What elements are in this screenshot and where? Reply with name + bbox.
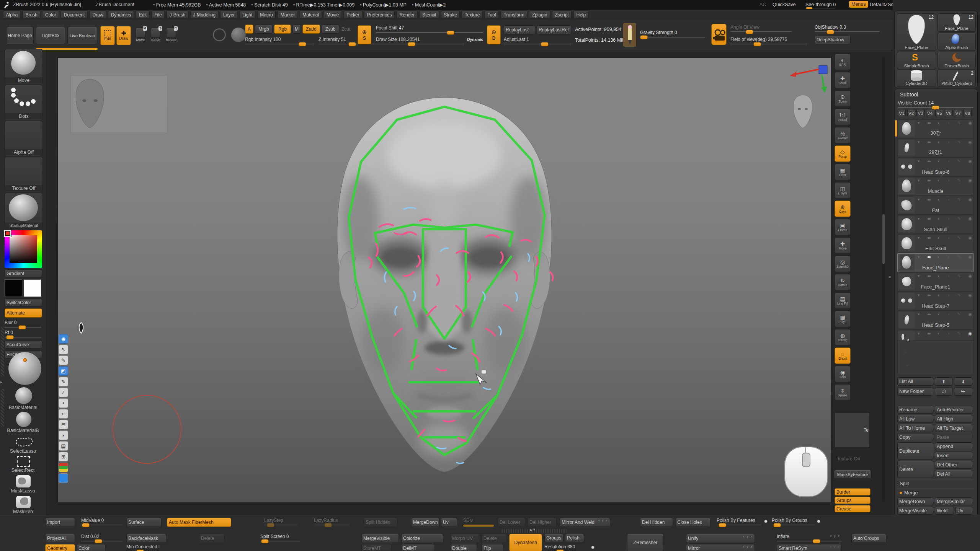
right-shelf-button[interactable]: ◌ Ghost [835, 347, 851, 364]
menu-item[interactable]: Preferences [364, 11, 395, 19]
subtool-version-tab[interactable]: V8 [964, 109, 972, 117]
geometry-button[interactable]: Geometry [45, 544, 75, 551]
merge-visible-bottom-button[interactable]: MergeVisible [361, 534, 399, 543]
subtool-item[interactable]: ▾ ●● ◐ ◑ ✎ ◉ Face_Plane [897, 253, 974, 272]
backface-mask-button[interactable]: BackfaceMask [126, 534, 166, 543]
right-scrollbar[interactable] [882, 57, 885, 502]
tool-cylinder3d[interactable]: Cylinder3D [897, 69, 936, 87]
merge-down-button[interactable]: MergeDown [897, 497, 933, 505]
menu-item[interactable]: Stencil [419, 11, 439, 19]
right-shelf-button[interactable]: ⊕ Qxyz [835, 201, 851, 217]
obj-shadow-slider[interactable]: ObjShadow 0.3 [815, 24, 880, 32]
menu-item[interactable]: Document [61, 11, 88, 19]
mid-value-slider[interactable]: MidValue 0 [81, 518, 122, 525]
sdiv-slider[interactable]: SDiv [463, 518, 494, 527]
spotlight-tool-icon[interactable]: ✎ [59, 355, 68, 365]
surface-button[interactable]: Surface [126, 518, 162, 527]
move-into-folder-button[interactable]: ⮩ [954, 387, 972, 396]
menu-item[interactable]: Layer [220, 11, 237, 19]
groups-button[interactable]: Groups [835, 497, 871, 504]
spotlight-tool-icon[interactable]: ▤ [59, 441, 68, 451]
texture-preview[interactable]: Te [835, 412, 870, 448]
polish-by-features-slider[interactable]: Polish By Features [717, 518, 762, 525]
zsub-button[interactable]: Zsub [322, 24, 339, 34]
all-to-home-button[interactable]: All To Home [897, 424, 933, 432]
adjust-last-slider[interactable]: AdjustLast 1 [504, 37, 571, 44]
split-hidden-button[interactable]: Split Hidden [364, 518, 397, 527]
gradient-button[interactable]: Gradient [5, 269, 42, 277]
del-all-button[interactable]: Del All [935, 470, 972, 478]
angle-of-view-slider[interactable]: Angle Of View [730, 24, 792, 32]
subtool-version-tab[interactable]: V3 [916, 109, 924, 117]
right-shelf-button[interactable]: ◫ L.Sym [835, 182, 851, 199]
lightbox-button[interactable]: LightBox [36, 27, 65, 44]
basic-material-b-sphere[interactable] [16, 412, 31, 427]
menu-item[interactable]: Color [42, 11, 59, 19]
del-other-button[interactable]: Del Other [935, 461, 972, 469]
rgb-intensity-slider[interactable]: Rgb Intensity 100 [245, 37, 314, 44]
focal-shift-slider[interactable]: Focal Shift 47 [376, 25, 483, 33]
right-shelf-button[interactable]: ▤ Line Fill [835, 292, 851, 309]
draw-size-slider[interactable]: Draw Size 108.20541 Dynamic [376, 37, 483, 44]
smart-resym-button[interactable]: Smart ReSym x y z [777, 544, 842, 551]
menu-item[interactable]: Material [300, 11, 322, 19]
select-rect-icon[interactable] [17, 456, 30, 467]
merge-down-bottom-button[interactable]: MergeDown [411, 518, 439, 527]
menus-toggle-button[interactable]: Menus [849, 1, 868, 8]
blur-slider[interactable]: Blur 0 [5, 320, 41, 328]
subtool-item[interactable]: ▾ ●● ◐ ◑ ✎ ◉ Fat [897, 196, 974, 215]
copy-button[interactable]: Copy [897, 433, 933, 441]
edit-button[interactable]: Edit [100, 26, 115, 45]
right-shelf-button[interactable]: 1:1 Actual [835, 109, 851, 125]
texture-on-label[interactable]: Texture On [837, 456, 860, 461]
scale-tool[interactable]: S Scale [150, 28, 162, 42]
zadd-button[interactable]: Zadd [302, 24, 320, 34]
dynamesh-button[interactable]: DynaMesh [509, 534, 542, 551]
deep-shadow-button[interactable]: DeepShadow [815, 35, 851, 44]
inflate-slider[interactable]: Inflate x y z [777, 534, 842, 541]
spotlight-tool-icon[interactable]: ✎ [59, 377, 68, 386]
menu-item[interactable]: Edit [136, 11, 150, 19]
subtool-version-tab[interactable]: V4 [926, 109, 934, 117]
subtool-item[interactable]: ▾ ●● ◐ ◑ ✎ ◉ Head Step-7 [897, 292, 974, 310]
select-lasso-icon[interactable] [13, 435, 34, 448]
right-shelf-button[interactable]: ½ AAHalf [835, 127, 851, 143]
del-mt-button[interactable]: DelMT [401, 544, 435, 551]
polish-groups-mode-dot[interactable] [817, 520, 820, 523]
menu-item[interactable]: Zscript [552, 11, 572, 19]
basic-material-sphere[interactable] [15, 387, 32, 404]
menu-item[interactable]: Picker [344, 11, 362, 19]
mirror-button[interactable]: Mirror x y z [686, 544, 755, 551]
subtool-version-tab[interactable]: V1 [898, 109, 906, 117]
subtool-version-tab[interactable]: V6 [945, 109, 953, 117]
auto-reorder-button[interactable]: AutoReorder [935, 406, 972, 414]
polish-by-groups-slider[interactable]: Polish By Groups [772, 518, 815, 525]
dist-slider[interactable]: Dist 0.02 [81, 534, 122, 541]
visible-count-slider[interactable]: Visible Count 14 [898, 100, 973, 108]
auto-mask-fibermesh-button[interactable]: Auto Mask FiberMesh [167, 518, 231, 527]
polish-features-mode-dot[interactable] [764, 520, 768, 523]
border-button[interactable]: Border [835, 488, 871, 496]
inflate-xyz[interactable]: x y z [830, 534, 840, 538]
spotlight-tool-icon[interactable]: ◗ [59, 430, 68, 440]
menu-item[interactable]: Light [240, 11, 255, 19]
stroke-move-thumb[interactable]: Move [5, 49, 43, 84]
lazy-radius-slider[interactable]: LazyRadius [314, 518, 350, 525]
see-through-nub[interactable] [806, 7, 812, 9]
menu-item[interactable]: Zplugin [529, 11, 550, 19]
right-shelf-button[interactable]: ↻ Rotate [835, 274, 851, 290]
rotate-tool[interactable]: R Rotate [165, 28, 177, 42]
zremesher-button[interactable]: ZRemesher [627, 534, 664, 551]
right-shelf-button[interactable]: ⇕ Xpose [835, 384, 851, 401]
merge-visible-button[interactable]: MergeVisible [897, 507, 933, 515]
spotlight-tool-icon[interactable] [59, 463, 68, 472]
del-hidden-button[interactable]: Del Hidden [640, 518, 673, 527]
del-higher-button[interactable]: Del Higher [528, 518, 557, 527]
subtool-version-tab[interactable]: V5 [935, 109, 943, 117]
right-scrollbar-thumb[interactable] [882, 214, 885, 264]
texture-off-thumb[interactable]: Texture Off [5, 157, 43, 192]
colorize-button[interactable]: Colorize [401, 534, 443, 543]
spotlight-tool-icon[interactable]: ◩ [59, 366, 68, 376]
right-shelf-button[interactable]: ◍ Transp [835, 329, 851, 346]
split-section[interactable]: Split [896, 479, 974, 488]
